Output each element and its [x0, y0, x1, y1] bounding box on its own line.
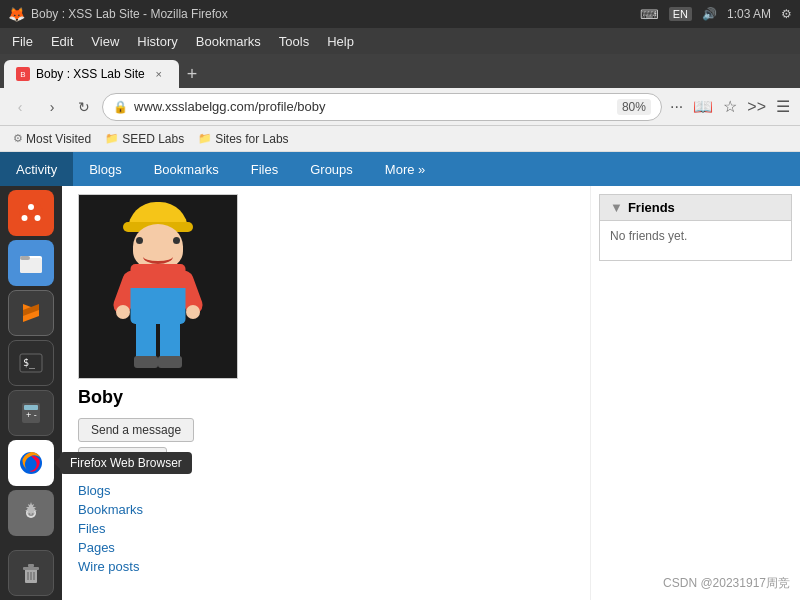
menubar: File Edit View History Bookmarks Tools H…: [0, 28, 800, 54]
menu-help[interactable]: Help: [319, 32, 362, 51]
sitenav-more[interactable]: More »: [369, 152, 441, 186]
bookmark-star-icon[interactable]: ☆: [719, 95, 741, 118]
profile-link-files[interactable]: Files: [78, 521, 574, 536]
svg-rect-18: [23, 567, 39, 570]
send-message-button[interactable]: Send a message: [78, 418, 194, 442]
profile-link-bookmarks[interactable]: Bookmarks: [78, 502, 574, 517]
settings-launcher-icon[interactable]: [8, 490, 54, 536]
bookmark-most-visited[interactable]: ⚙ Most Visited: [8, 130, 96, 148]
bob-leg-right: [160, 320, 180, 360]
svg-text:$_: $_: [23, 357, 36, 369]
bookmark-sites-for-labs[interactable]: 📁 Sites for Labs: [193, 130, 293, 148]
profile-image: [78, 194, 238, 379]
most-visited-icon: ⚙: [13, 132, 23, 145]
friends-body: No friends yet.: [599, 221, 792, 261]
svg-point-1: [28, 204, 34, 210]
content-area: $_ + - Firefox Web Browser: [0, 186, 800, 600]
hamburger-menu-button[interactable]: ☰: [772, 95, 794, 118]
bob-eye-right: [173, 237, 180, 244]
zoom-level: 80%: [617, 99, 651, 115]
clock: 1:03 AM: [727, 7, 771, 21]
profile-link-pages[interactable]: Pages: [78, 540, 574, 555]
bob-smile: [143, 249, 173, 264]
menu-tools[interactable]: Tools: [271, 32, 317, 51]
profile-links: Blogs Bookmarks Files Pages Wire posts: [78, 483, 574, 574]
menu-edit[interactable]: Edit: [43, 32, 81, 51]
system-settings-icon: ⚙: [781, 7, 792, 21]
sublime-launcher-icon[interactable]: [8, 290, 54, 336]
terminal-launcher-icon[interactable]: $_: [8, 340, 54, 386]
forward-button[interactable]: ›: [38, 93, 66, 121]
titlebar-title: Boby : XSS Lab Site - Mozilla Firefox: [31, 7, 228, 21]
menu-bookmarks[interactable]: Bookmarks: [188, 32, 269, 51]
trash-launcher-icon[interactable]: [8, 550, 54, 596]
tab-close-button[interactable]: ×: [151, 66, 167, 82]
back-button[interactable]: ‹: [6, 93, 34, 121]
bookmarks-bar: ⚙ Most Visited 📁 SEED Labs 📁 Sites for L…: [0, 126, 800, 152]
bob-leg-left: [136, 320, 156, 360]
files-launcher-icon[interactable]: [8, 240, 54, 286]
svg-point-3: [35, 215, 41, 221]
profile-link-blogs[interactable]: Blogs: [78, 483, 574, 498]
friends-triangle-icon: ▼: [610, 200, 623, 215]
new-tab-button[interactable]: +: [179, 60, 206, 88]
lang-indicator: EN: [669, 7, 692, 21]
sitenav-activity[interactable]: Activity: [0, 152, 73, 186]
most-visited-label: Most Visited: [26, 132, 91, 146]
friends-title: Friends: [628, 200, 675, 215]
watermark: CSDN @20231917周竞: [663, 575, 790, 592]
watermark-text: CSDN @20231917周竞: [663, 576, 790, 590]
firefox-launcher-icon[interactable]: Firefox Web Browser: [8, 440, 54, 486]
sites-for-labs-icon: 📁: [198, 132, 212, 145]
volume-icon: 🔊: [702, 7, 717, 21]
seed-labs-icon: 📁: [105, 132, 119, 145]
sitenav-blogs[interactable]: Blogs: [73, 152, 138, 186]
urlbar[interactable]: 🔒 www.xsslabelgg.com/profile/boby 80%: [102, 93, 662, 121]
bob-boot-left: [134, 356, 158, 368]
page-main: Boby Send a message Report user Blogs Bo…: [62, 186, 800, 600]
svg-rect-5: [20, 258, 42, 273]
os-sidebar: $_ + - Firefox Web Browser: [0, 186, 62, 600]
site-navbar: Activity Blogs Bookmarks Files Groups Mo…: [0, 152, 800, 186]
bob-hand-left: [116, 305, 130, 319]
menu-file[interactable]: File: [4, 32, 41, 51]
navbar: ‹ › ↻ 🔒 www.xsslabelgg.com/profile/boby …: [0, 88, 800, 126]
overflow-menu-button[interactable]: ···: [666, 96, 687, 118]
url-text: www.xsslabelgg.com/profile/boby: [134, 99, 611, 114]
svg-point-2: [22, 215, 28, 221]
profile-name: Boby: [78, 387, 574, 408]
menu-history[interactable]: History: [129, 32, 185, 51]
no-friends-text: No friends yet.: [610, 229, 687, 243]
bob-boot-right: [158, 356, 182, 368]
menu-view[interactable]: View: [83, 32, 127, 51]
svg-text:+ -: + -: [26, 410, 37, 420]
tab-label: Boby : XSS Lab Site: [36, 67, 145, 81]
toolbar-overflow-button[interactable]: >>: [743, 96, 770, 118]
profile-section: Boby Send a message Report user Blogs Bo…: [62, 186, 590, 600]
profile-avatar-figure: [108, 202, 208, 372]
bookmark-seed-labs[interactable]: 📁 SEED Labs: [100, 130, 189, 148]
friends-panel: ▼ Friends No friends yet.: [590, 186, 800, 600]
firefox-titlebar-icon: 🦊: [8, 6, 25, 22]
seed-labs-label: SEED Labs: [122, 132, 184, 146]
reload-button[interactable]: ↻: [70, 93, 98, 121]
sitenav-files[interactable]: Files: [235, 152, 294, 186]
svg-rect-6: [20, 256, 30, 260]
active-tab[interactable]: B Boby : XSS Lab Site ×: [4, 60, 179, 88]
bob-body: [131, 264, 186, 324]
profile-link-wire-posts[interactable]: Wire posts: [78, 559, 574, 574]
bob-eye-left: [136, 237, 143, 244]
tab-favicon: B: [16, 67, 30, 81]
sitenav-groups[interactable]: Groups: [294, 152, 369, 186]
calc-launcher-icon[interactable]: + -: [8, 390, 54, 436]
tabbar: B Boby : XSS Lab Site × +: [0, 54, 800, 88]
svg-rect-19: [28, 564, 34, 567]
sitenav-bookmarks[interactable]: Bookmarks: [138, 152, 235, 186]
friends-header: ▼ Friends: [599, 194, 792, 221]
ubuntu-launcher-icon[interactable]: [8, 190, 54, 236]
security-lock-icon: 🔒: [113, 100, 128, 114]
keyboard-icon: ⌨: [640, 7, 659, 22]
report-user-button[interactable]: Report user: [78, 447, 167, 471]
sites-for-labs-label: Sites for Labs: [215, 132, 288, 146]
reader-view-icon: 📖: [689, 95, 717, 118]
